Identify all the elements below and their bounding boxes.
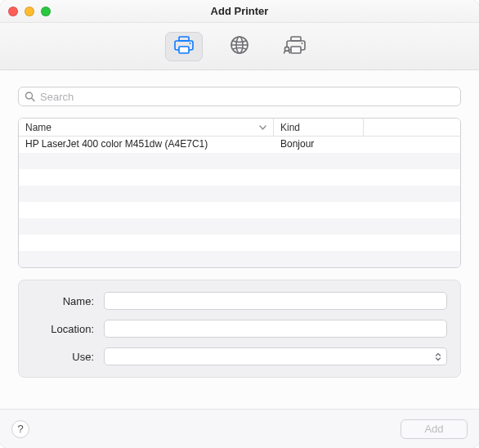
svg-point-10 [302, 43, 303, 44]
column-header-name-label: Name [25, 122, 51, 133]
location-field[interactable] [104, 320, 447, 338]
list-item-name [19, 169, 274, 186]
list-item[interactable]: HP LaserJet 400 color M451dw (A4E7C1) Bo… [19, 137, 460, 153]
name-field[interactable] [104, 292, 447, 310]
svg-rect-9 [291, 47, 301, 53]
list-item[interactable] [19, 235, 460, 251]
list-item[interactable] [19, 251, 460, 267]
list-item[interactable] [19, 218, 460, 235]
chevron-down-icon [259, 125, 266, 130]
tab-windows-printer[interactable] [276, 32, 314, 61]
traffic-lights [8, 0, 51, 23]
content-area: Name Kind HP LaserJet 400 color M451dw (… [0, 70, 479, 409]
list-item[interactable] [19, 153, 460, 169]
search-input[interactable] [18, 87, 461, 106]
list-item-kind [274, 153, 364, 169]
add-button-label: Add [424, 423, 443, 435]
tab-default-printer[interactable] [165, 32, 203, 61]
list-item-name [19, 218, 274, 235]
list-item-name [19, 202, 274, 218]
add-printer-window: Add Printer [0, 0, 479, 448]
details-panel: Name: Location: Use: [18, 280, 461, 378]
minimize-window-button[interactable] [25, 7, 34, 16]
search-field-wrapper [18, 87, 461, 106]
column-header-kind-label: Kind [280, 122, 300, 133]
search-icon [25, 92, 35, 102]
form-label-use: Use: [32, 351, 94, 363]
printer-share-icon [284, 36, 307, 56]
list-item-kind: Bonjour [274, 137, 364, 153]
tab-ip-printer[interactable] [221, 32, 258, 61]
list-item[interactable] [19, 202, 460, 218]
form-row-location: Location: [32, 320, 447, 338]
window-title: Add Printer [0, 0, 479, 23]
list-item-kind [274, 251, 364, 267]
printers-list: Name Kind HP LaserJet 400 color M451dw (… [18, 118, 461, 268]
help-icon: ? [17, 423, 23, 435]
form-row-name: Name: [32, 292, 447, 310]
list-body: HP LaserJet 400 color M451dw (A4E7C1) Bo… [19, 137, 460, 267]
help-button[interactable]: ? [11, 420, 29, 438]
form-row-use: Use: [32, 347, 447, 365]
list-item[interactable] [19, 186, 460, 202]
list-item-name [19, 153, 274, 169]
use-select[interactable] [104, 347, 447, 365]
list-item-kind [274, 169, 364, 186]
zoom-window-button[interactable] [41, 7, 51, 16]
list-item-kind [274, 218, 364, 235]
list-item-name [19, 235, 274, 251]
column-header-kind[interactable]: Kind [274, 119, 364, 136]
add-button[interactable]: Add [401, 419, 468, 439]
svg-line-13 [32, 98, 35, 101]
footer: ? Add [0, 409, 479, 448]
list-item[interactable] [19, 169, 460, 186]
list-item-name: HP LaserJet 400 color M451dw (A4E7C1) [19, 137, 274, 153]
svg-point-3 [190, 43, 191, 44]
select-caret-icon [435, 352, 441, 361]
close-window-button[interactable] [8, 7, 18, 16]
list-item-kind [274, 202, 364, 218]
list-item-kind [274, 235, 364, 251]
form-label-location: Location: [32, 323, 94, 335]
list-item-kind [274, 186, 364, 202]
svg-rect-2 [179, 47, 189, 53]
printer-local-icon [173, 36, 195, 56]
titlebar: Add Printer [0, 0, 479, 23]
list-item-name [19, 251, 274, 267]
printer-type-segment [165, 32, 314, 61]
column-header-name[interactable]: Name [19, 119, 274, 136]
list-header: Name Kind [19, 119, 460, 137]
form-label-name: Name: [32, 295, 94, 307]
list-item-name [19, 186, 274, 202]
column-header-spacer [364, 119, 460, 136]
toolbar [0, 23, 479, 70]
globe-icon [230, 35, 249, 57]
